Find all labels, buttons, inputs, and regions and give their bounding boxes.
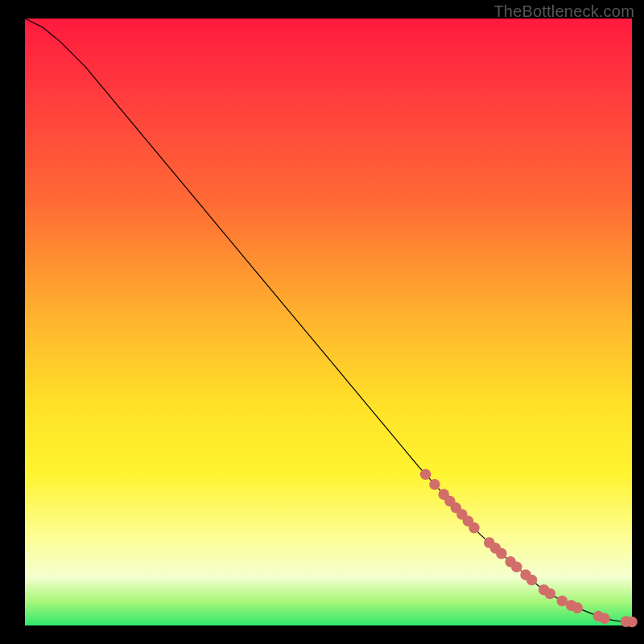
curve-svg (25, 19, 632, 625)
curve-marker (496, 548, 507, 559)
plot-area (25, 19, 632, 625)
watermark-text: TheBottleneck.com (493, 2, 634, 21)
curve-marker (511, 562, 522, 573)
curve-marker (429, 479, 440, 490)
curve-marker (526, 575, 538, 586)
curve-marker (626, 617, 638, 628)
curve-marker (599, 613, 610, 624)
curve-markers (420, 469, 638, 627)
chart-frame: TheBottleneck.com (0, 0, 644, 644)
curve-marker (572, 602, 583, 613)
curve-marker (420, 469, 431, 480)
curve-marker (544, 588, 555, 600)
bottleneck-curve-line (25, 19, 632, 621)
curve-marker (469, 522, 480, 534)
